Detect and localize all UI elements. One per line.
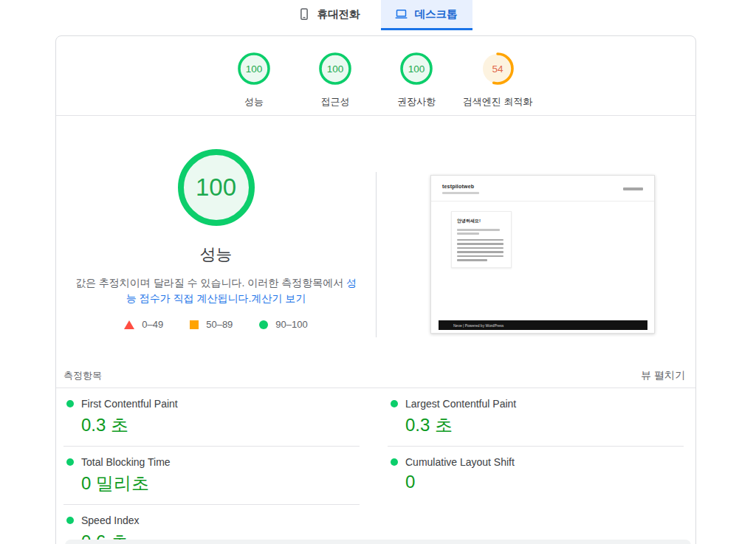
tab-mobile[interactable]: 휴대전화 [284,0,375,30]
score-performance: 100 [238,52,270,85]
orange-square-icon [190,320,199,329]
device-tabs: 휴대전화 데스크톱 [0,0,756,30]
metric-name: Cumulative Layout Shift [405,456,515,468]
category-gauge-performance[interactable]: 100 성능 [220,52,288,109]
green-dot-icon [66,400,74,407]
thumb-site-header: testpilotweb [431,176,654,199]
performance-summary: 100 성능 값은 추정치이며 달라질 수 있습니다. 이러한 측정항목에서 성… [56,115,376,330]
tab-mobile-label: 휴대전화 [317,7,360,21]
green-dot-icon [66,458,74,466]
category-gauge-best-practices[interactable]: 100 권장사항 [382,52,450,109]
score-accessibility: 100 [319,52,351,85]
thumb-footer-bar: Neve | Powered by WordPress [439,320,647,330]
score-best-practices: 100 [400,52,433,85]
metric-cumulative-layout-shift: Cumulative Layout Shift 0 [388,447,684,505]
label-seo: 검색엔진 최적화 [463,95,533,109]
metric-name: Total Blocking Time [81,456,171,468]
metric-name: First Contentful Paint [81,398,178,410]
tab-desktop[interactable]: 데스크톱 [381,0,472,30]
legend-pass-range: 90–100 [275,319,307,330]
expand-view-button[interactable]: 뷰 펼치기 [641,369,685,382]
thumb-tagline-placeholder [442,192,479,194]
green-dot-icon [66,517,74,524]
audits-nav-strip [65,540,691,544]
metric-name: Speed Index [81,514,140,526]
thumb-footer-text: Neve | Powered by WordPress [453,323,504,328]
thumb-post-body-placeholder [457,239,506,261]
label-best-practices: 권장사항 [397,95,436,109]
report-card: 100 성능 100 접근성 100 권장사항 [55,35,696,544]
score-legend: 0–49 50–89 90–100 [56,319,376,330]
legend-average-range: 50–89 [206,319,233,330]
metric-value: 0.3 초 [405,413,684,437]
metric-name: Largest Contentful Paint [405,398,516,410]
red-triangle-icon [124,320,134,329]
label-performance: 성능 [244,95,264,109]
metric-value: 0.3 초 [81,413,360,437]
thumb-post-title: 안녕하세요! [457,218,506,224]
metric-total-blocking-time: Total Blocking Time 0 밀리초 [63,447,360,505]
thumb-site-title: testpilotweb [442,184,479,189]
tab-desktop-label: 데스크톱 [415,7,458,21]
category-gauge-seo[interactable]: 54 검색엔진 최적화 [464,52,532,109]
performance-description: 값은 추정치이며 달라질 수 있습니다. 이러한 측정항목에서 성능 점수가 직… [75,275,358,306]
thumb-post-meta-placeholder [457,229,506,235]
metric-first-contentful-paint: First Contentful Paint 0.3 초 [63,388,360,447]
thumb-divider [431,201,654,202]
category-gauges: 100 성능 100 접근성 100 권장사항 [56,52,695,109]
thumb-nav-placeholder [623,187,643,190]
metric-value: 0 [405,472,684,492]
calculator-link[interactable]: 계산기 보기 [251,292,306,304]
performance-score-gauge: 100 [178,149,255,226]
green-dot-icon [391,458,398,466]
desktop-icon [394,7,408,21]
description-text: 값은 추정치이며 달라질 수 있습니다. 이러한 측정항목에서 [75,277,346,289]
mobile-phone-icon [298,7,311,21]
metrics-header: 측정항목 뷰 펼치기 [63,369,685,382]
page-screenshot-thumbnail[interactable]: testpilotweb 안녕하세요! Neve | Powered by Wo [430,175,655,334]
metric-largest-contentful-paint: Largest Contentful Paint 0.3 초 [388,388,684,447]
legend-pass: 90–100 [259,319,307,330]
metric-speed-index: Speed Index 0.6 초 [63,505,360,544]
label-accessibility: 접근성 [321,95,350,109]
green-dot-icon [391,400,398,407]
metrics-grid: First Contentful Paint 0.3 초 Largest Con… [63,388,684,544]
vertical-divider [376,172,377,337]
category-gauge-accessibility[interactable]: 100 접근성 [301,52,369,109]
green-circle-icon [259,320,268,329]
metrics-section-title: 측정항목 [63,369,102,382]
thumb-post-card: 안녕하세요! [451,211,512,268]
performance-section-title: 성능 [56,244,376,266]
legend-fail-range: 0–49 [142,319,163,330]
score-seo: 54 [481,52,514,85]
metric-value: 0 밀리초 [81,472,360,495]
performance-score-value: 100 [178,149,255,226]
legend-average: 50–89 [190,319,233,330]
legend-fail: 0–49 [124,319,163,330]
